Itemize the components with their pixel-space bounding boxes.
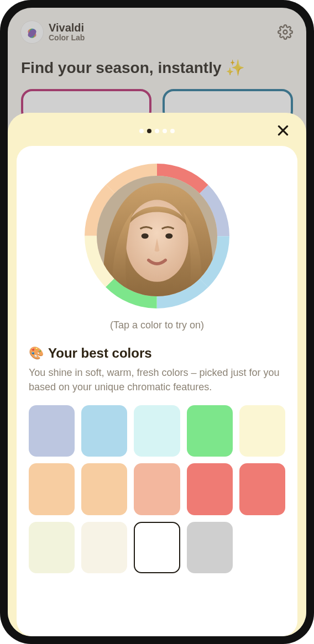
close-icon — [276, 123, 290, 138]
color-swatch[interactable] — [187, 522, 233, 573]
palette-icon: 🎨 — [29, 346, 44, 360]
color-swatch[interactable] — [81, 522, 127, 573]
tap-hint: (Tap a color to try on) — [29, 320, 285, 331]
avatar-illustration — [97, 176, 217, 296]
swatch-grid — [29, 405, 285, 573]
color-swatch[interactable] — [239, 405, 285, 457]
svg-point-11 — [165, 233, 172, 239]
page-dot[interactable] — [155, 129, 159, 133]
color-swatch[interactable] — [81, 405, 127, 457]
color-swatch[interactable] — [81, 463, 127, 515]
color-swatch[interactable] — [239, 463, 285, 515]
svg-point-10 — [142, 233, 149, 239]
avatar-ring-container — [29, 164, 285, 308]
color-swatch[interactable] — [29, 522, 75, 573]
device-frame: Vivaldi Color Lab Find your season, inst… — [0, 0, 314, 644]
section-title-row: 🎨 Your best colors — [29, 345, 285, 361]
page-dot[interactable] — [170, 129, 175, 133]
color-swatch[interactable] — [29, 405, 75, 457]
results-sheet: (Tap a color to try on) 🎨 Your best colo… — [8, 113, 306, 636]
color-swatch[interactable] — [187, 405, 233, 457]
sheet-top-bar — [17, 122, 297, 140]
color-swatch[interactable] — [134, 522, 180, 573]
color-ring[interactable] — [85, 164, 229, 308]
color-swatch[interactable] — [187, 463, 233, 515]
page-dot[interactable] — [147, 129, 151, 133]
color-swatch[interactable] — [134, 405, 180, 457]
page-dot[interactable] — [163, 129, 167, 133]
section-description: You shine in soft, warm, fresh colors – … — [29, 365, 285, 394]
screen: Vivaldi Color Lab Find your season, inst… — [8, 8, 306, 636]
user-avatar — [97, 176, 217, 296]
section-title: Your best colors — [48, 345, 152, 361]
color-swatch[interactable] — [134, 463, 180, 515]
close-button[interactable] — [273, 121, 293, 140]
color-swatch[interactable] — [29, 463, 75, 515]
results-card: (Tap a color to try on) 🎨 Your best colo… — [17, 146, 297, 636]
page-dot[interactable] — [139, 129, 144, 133]
page-indicator — [139, 129, 175, 133]
